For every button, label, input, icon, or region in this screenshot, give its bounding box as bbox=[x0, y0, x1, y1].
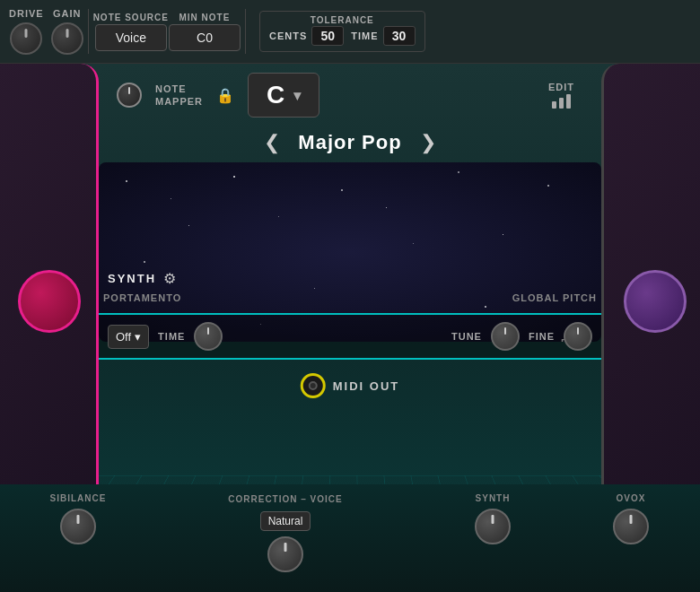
star-8 bbox=[503, 234, 503, 235]
ovox-knob[interactable] bbox=[613, 509, 649, 544]
synth-label: SYNTH bbox=[108, 272, 156, 285]
gear-icon[interactable]: ⚙ bbox=[163, 270, 176, 287]
drive-knob[interactable] bbox=[10, 22, 42, 55]
star-13 bbox=[314, 288, 315, 289]
tune-label: TUNE bbox=[451, 331, 482, 342]
edit-area: EDIT bbox=[548, 82, 574, 109]
edit-bar-1 bbox=[552, 101, 556, 109]
portamento-section-label: PORTAMENTO bbox=[103, 292, 181, 303]
preset-nav: ❮ Major Pop ❯ bbox=[99, 131, 601, 154]
star-6 bbox=[386, 207, 387, 208]
note-mapper-knob[interactable] bbox=[117, 83, 142, 108]
note-source-label: NOTE SOURCE bbox=[93, 13, 169, 22]
note-mapper-labels: NOTE MAPPER bbox=[155, 83, 203, 109]
cents-item: CENTS 50 bbox=[269, 26, 344, 46]
edit-bars-icon[interactable] bbox=[552, 94, 571, 109]
drive-group: DRIVE GAIN bbox=[9, 8, 83, 55]
star-7 bbox=[458, 171, 459, 173]
natural-dropdown[interactable]: Natural bbox=[260, 511, 311, 531]
tolerance-label: TOLERANCE bbox=[311, 15, 374, 25]
note-mapper-value: C bbox=[267, 81, 284, 109]
edit-bar-2 bbox=[559, 98, 564, 109]
fine-label: FINE bbox=[529, 331, 555, 342]
separator-2 bbox=[245, 9, 246, 54]
note-source-dropdown[interactable]: Voice bbox=[95, 24, 167, 51]
midi-out-area: MIDI OUT bbox=[301, 373, 400, 398]
star-5 bbox=[341, 189, 343, 191]
separator-1 bbox=[88, 9, 89, 54]
min-note-section: MIN NOTE C0 bbox=[169, 13, 241, 51]
sibilance-label: SIBILANCE bbox=[50, 493, 107, 503]
preset-name: Major Pop bbox=[298, 131, 401, 154]
fine-knob[interactable] bbox=[564, 322, 592, 351]
portamento-time-knob[interactable] bbox=[194, 322, 223, 351]
synth-bottom-knob[interactable] bbox=[475, 509, 511, 544]
left-knob-area bbox=[9, 270, 90, 333]
right-big-knob[interactable] bbox=[624, 270, 687, 333]
natural-value: Natural bbox=[268, 515, 303, 527]
note-source-section: NOTE SOURCE Voice bbox=[93, 13, 169, 51]
star-4 bbox=[278, 216, 279, 217]
portamento-off-dropdown[interactable]: Off ▾ bbox=[108, 325, 149, 349]
chevron-down-icon: ▾ bbox=[293, 87, 301, 104]
tolerance-section: TOLERANCE CENTS 50 TIME 30 bbox=[259, 11, 425, 52]
time-value: 30 bbox=[383, 26, 416, 46]
note-mapper-dropdown[interactable]: C ▾ bbox=[248, 73, 319, 118]
preset-next-button[interactable]: ❯ bbox=[416, 131, 441, 154]
bottom-section: SIBILANCE CORRECTION – VOICE Natural SYN… bbox=[0, 484, 700, 592]
note-mapper-label2: MAPPER bbox=[155, 95, 203, 108]
portamento-off-value: Off bbox=[116, 330, 131, 344]
gain-knob[interactable] bbox=[51, 22, 83, 55]
time-item: TIME 30 bbox=[351, 26, 415, 46]
cents-value: 50 bbox=[311, 26, 344, 46]
left-big-knob[interactable] bbox=[18, 270, 81, 333]
preset-prev-button[interactable]: ❮ bbox=[259, 131, 284, 154]
sibilance-knob[interactable] bbox=[60, 509, 96, 544]
star-2 bbox=[171, 198, 171, 199]
tune-knob[interactable] bbox=[491, 322, 520, 351]
sibilance-item: SIBILANCE bbox=[9, 493, 147, 544]
synth-label-area: SYNTH ⚙ bbox=[108, 270, 176, 287]
correction-knob[interactable] bbox=[267, 536, 303, 572]
portamento-time-label: TIME bbox=[158, 331, 185, 342]
note-mapper-area: NOTE MAPPER 🔒 C ▾ EDIT bbox=[117, 73, 583, 118]
ovox-item: OVOX bbox=[562, 493, 700, 544]
star-1 bbox=[126, 180, 127, 182]
gain-label: GAIN bbox=[53, 8, 82, 19]
global-pitch-controls: TUNE FINE bbox=[451, 322, 592, 351]
star-12 bbox=[144, 261, 145, 263]
star-14 bbox=[485, 306, 486, 308]
midi-out-indicator[interactable] bbox=[301, 373, 326, 398]
star-10 bbox=[188, 225, 189, 226]
star-11 bbox=[413, 243, 414, 244]
edit-label: EDIT bbox=[548, 82, 574, 92]
portamento-chevron: ▾ bbox=[135, 330, 141, 344]
top-bar: DRIVE GAIN NOTE SOURCE Voice MIN NOTE C0… bbox=[0, 0, 700, 64]
bottom-controls-bar: Off ▾ TIME TUNE FINE bbox=[99, 313, 601, 360]
drive-label: DRIVE bbox=[9, 8, 44, 19]
midi-inner-dot bbox=[309, 381, 318, 390]
min-note-label: MIN NOTE bbox=[179, 13, 231, 22]
star-3 bbox=[233, 176, 235, 178]
lock-icon: 🔒 bbox=[216, 87, 234, 104]
section-labels-row: PORTAMENTO GLOBAL PITCH bbox=[103, 292, 597, 303]
global-pitch-section-label: GLOBAL PITCH bbox=[512, 292, 597, 303]
ovox-label: OVOX bbox=[617, 493, 646, 503]
note-mapper-label1: NOTE bbox=[155, 83, 203, 95]
midi-out-label: MIDI OUT bbox=[333, 379, 400, 393]
star-9 bbox=[547, 185, 549, 187]
synth-bottom-label: SYNTH bbox=[476, 493, 511, 503]
synth-bottom-item: SYNTH bbox=[424, 493, 562, 544]
correction-label: CORRECTION – VOICE bbox=[228, 493, 342, 506]
cents-label: CENTS bbox=[269, 30, 307, 41]
min-note-dropdown[interactable]: C0 bbox=[169, 24, 241, 51]
edit-bar-3 bbox=[566, 94, 571, 109]
time-label: TIME bbox=[351, 30, 378, 41]
correction-item: CORRECTION – VOICE Natural bbox=[147, 493, 424, 572]
